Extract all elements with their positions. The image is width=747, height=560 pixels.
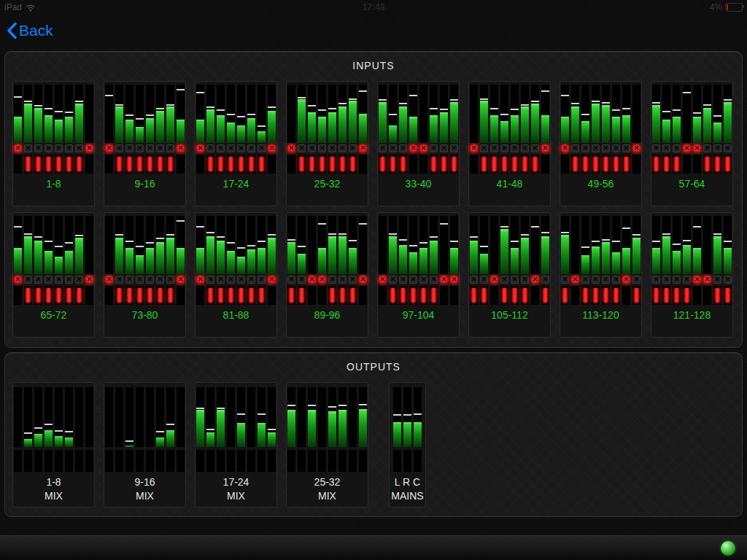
mute-x-button[interactable]: ✕: [713, 144, 721, 152]
mute-x-button[interactable]: ✕: [258, 276, 266, 284]
mute-x-button-active[interactable]: ✕: [85, 276, 93, 284]
mute-x-button[interactable]: ✕: [511, 276, 519, 284]
mute-x-button-active[interactable]: ✕: [177, 144, 185, 152]
mute-x-button[interactable]: ✕: [298, 144, 306, 152]
output-meter-block[interactable]: 25-32MIX: [286, 382, 368, 508]
mute-x-button[interactable]: ✕: [318, 144, 326, 152]
mute-x-button[interactable]: ✕: [419, 276, 427, 284]
mute-x-button[interactable]: ✕: [44, 144, 53, 152]
mute-x-button[interactable]: ✕: [389, 276, 397, 284]
mute-x-button-active[interactable]: ✕: [440, 276, 448, 284]
input-meter-block[interactable]: ✕✕✕✕✕✕✕✕113-120: [560, 212, 642, 338]
input-meter-block[interactable]: ✕✕✕✕✕✕✕✕89-96: [286, 212, 368, 338]
mute-x-button[interactable]: ✕: [409, 276, 417, 284]
mute-x-button[interactable]: ✕: [227, 276, 235, 284]
mute-x-button-active[interactable]: ✕: [490, 276, 498, 284]
mute-x-button[interactable]: ✕: [592, 276, 600, 284]
mute-x-button-active[interactable]: ✕: [196, 276, 204, 284]
mute-x-button[interactable]: ✕: [592, 144, 600, 152]
mute-x-button[interactable]: ✕: [206, 276, 214, 284]
mute-x-button[interactable]: ✕: [65, 144, 73, 152]
mute-x-button[interactable]: ✕: [662, 276, 670, 284]
mute-x-button-active[interactable]: ✕: [105, 276, 113, 284]
input-meter-block[interactable]: ✕✕✕✕✕✕✕✕65-72: [12, 212, 95, 338]
mute-x-button[interactable]: ✕: [571, 144, 579, 152]
mute-x-button[interactable]: ✕: [166, 144, 174, 152]
input-meter-block[interactable]: ✕✕✕✕✕✕✕✕81-88: [195, 212, 277, 338]
mute-x-button-active[interactable]: ✕: [308, 276, 316, 284]
mute-x-button[interactable]: ✕: [713, 276, 721, 284]
mute-x-button-active[interactable]: ✕: [14, 276, 22, 284]
mute-x-button[interactable]: ✕: [75, 276, 83, 284]
mute-x-button[interactable]: ✕: [490, 144, 498, 152]
mute-x-button-active[interactable]: ✕: [703, 276, 711, 284]
mute-x-button-active[interactable]: ✕: [561, 144, 569, 152]
mute-x-button[interactable]: ✕: [612, 276, 620, 284]
mute-x-button[interactable]: ✕: [136, 144, 144, 152]
mute-x-button[interactable]: ✕: [34, 276, 42, 284]
mute-x-button[interactable]: ✕: [521, 144, 529, 152]
mute-x-button[interactable]: ✕: [34, 144, 42, 152]
mute-x-button[interactable]: ✕: [480, 144, 488, 152]
output-meter-block[interactable]: 1-8MIX: [12, 382, 95, 508]
mute-x-button[interactable]: ✕: [450, 144, 458, 152]
mute-x-button-active[interactable]: ✕: [268, 144, 276, 152]
mute-x-button[interactable]: ✕: [399, 276, 407, 284]
mute-x-button[interactable]: ✕: [349, 144, 357, 152]
mute-x-button[interactable]: ✕: [65, 276, 73, 284]
mute-x-button[interactable]: ✕: [652, 276, 660, 284]
mute-x-button-active[interactable]: ✕: [571, 276, 579, 284]
mute-x-button[interactable]: ✕: [247, 144, 255, 152]
mute-x-button[interactable]: ✕: [24, 144, 32, 152]
mute-x-button[interactable]: ✕: [500, 144, 508, 152]
mute-x-button[interactable]: ✕: [541, 276, 549, 284]
mute-x-button-active[interactable]: ✕: [450, 276, 458, 284]
mute-x-button-active[interactable]: ✕: [359, 144, 367, 152]
mute-x-button[interactable]: ✕: [237, 144, 245, 152]
input-meter-block[interactable]: ✕✕✕✕✕✕✕✕57-64: [651, 81, 733, 206]
mute-x-button[interactable]: ✕: [622, 144, 630, 152]
mute-x-button[interactable]: ✕: [612, 144, 620, 152]
mute-x-button[interactable]: ✕: [75, 144, 83, 152]
mute-x-button[interactable]: ✕: [521, 276, 529, 284]
mute-x-button[interactable]: ✕: [287, 276, 295, 284]
mute-x-button[interactable]: ✕: [673, 276, 681, 284]
mute-x-button-active[interactable]: ✕: [85, 144, 93, 152]
mute-x-button-active[interactable]: ✕: [541, 144, 549, 152]
mute-x-button[interactable]: ✕: [298, 276, 306, 284]
mute-x-button[interactable]: ✕: [156, 144, 164, 152]
mute-x-button[interactable]: ✕: [389, 144, 397, 152]
mute-x-button[interactable]: ✕: [328, 276, 336, 284]
input-meter-block[interactable]: ✕✕✕✕✕✕✕✕73-80: [104, 212, 186, 338]
mute-x-button[interactable]: ✕: [500, 276, 508, 284]
mute-x-button[interactable]: ✕: [237, 276, 245, 284]
mute-x-button[interactable]: ✕: [561, 276, 569, 284]
mute-x-button-active[interactable]: ✕: [693, 276, 701, 284]
input-meter-block[interactable]: ✕✕✕✕✕✕✕✕121-128: [651, 212, 733, 338]
mute-x-button[interactable]: ✕: [227, 144, 235, 152]
input-meter-block[interactable]: ✕✕✕✕✕✕✕✕1-8: [12, 81, 95, 206]
mute-x-button[interactable]: ✕: [430, 144, 438, 152]
input-meter-block[interactable]: ✕✕✕✕✕✕✕✕49-56: [560, 81, 642, 206]
input-meter-block[interactable]: ✕✕✕✕✕✕✕✕33-40: [377, 81, 460, 206]
mute-x-button[interactable]: ✕: [217, 144, 225, 152]
mute-x-button-active[interactable]: ✕: [531, 276, 539, 284]
mute-x-button[interactable]: ✕: [602, 276, 610, 284]
mute-x-button-active[interactable]: ✕: [622, 276, 630, 284]
mute-x-button[interactable]: ✕: [602, 144, 610, 152]
mute-x-button[interactable]: ✕: [724, 276, 732, 284]
mute-x-button[interactable]: ✕: [247, 276, 255, 284]
mute-x-button[interactable]: ✕: [703, 144, 711, 152]
output-meter-block[interactable]: 9-16MIX: [104, 382, 186, 508]
mute-x-button-active[interactable]: ✕: [177, 276, 185, 284]
mute-x-button-active[interactable]: ✕: [105, 144, 113, 152]
mute-x-button[interactable]: ✕: [125, 144, 133, 152]
mute-x-button[interactable]: ✕: [430, 276, 438, 284]
mute-x-button-active[interactable]: ✕: [632, 144, 640, 152]
mute-x-button[interactable]: ✕: [115, 276, 123, 284]
input-meter-block[interactable]: ✕✕✕✕✕✕✕✕97-104: [377, 212, 460, 338]
back-button[interactable]: Back: [7, 22, 53, 39]
mute-x-button[interactable]: ✕: [136, 276, 144, 284]
mute-x-button[interactable]: ✕: [328, 144, 336, 152]
mute-x-button-active[interactable]: ✕: [379, 276, 387, 284]
